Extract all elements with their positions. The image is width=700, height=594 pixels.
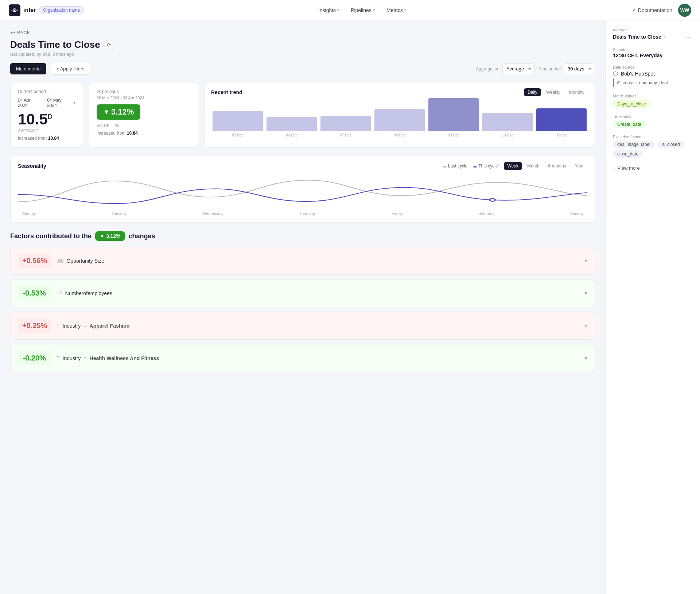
- factor-card-2: +0.25% T Industry = Apparel Fashion ▾: [10, 312, 595, 340]
- bar: [320, 116, 371, 131]
- factor-pct-bg-1: -0.53%: [18, 286, 51, 300]
- current-period-sublabel: AVERAGE: [18, 128, 75, 133]
- factors-title-prefix: Factors contributed to the: [10, 232, 92, 240]
- trend-tab-monthly[interactable]: Monthly: [565, 88, 588, 96]
- back-button[interactable]: ↩ BACK: [10, 29, 595, 36]
- org-name-badge[interactable]: Organisation name: [39, 6, 84, 14]
- time-chip: Create_date: [613, 121, 646, 128]
- factor-pct-2: +0.25%: [22, 321, 47, 329]
- sidebar-table-row: ⊞ contact_company_deal: [613, 78, 693, 87]
- current-period-card: Current period ↑ 04 Apr 2024 – 04 May 20…: [10, 82, 83, 148]
- badge-meta: VALUE %: [97, 123, 191, 128]
- trend-header: Recent trend Daily Weekly Monthly: [211, 88, 588, 96]
- current-period-increased: increased from 10.84: [18, 136, 75, 141]
- svg-point-2: [12, 9, 13, 11]
- season-tab-year[interactable]: Year: [571, 162, 587, 170]
- seasonality-title: Seasonality: [18, 163, 46, 169]
- factor-name-0: .00 Opportunity Size: [57, 258, 579, 264]
- factor-eq-value-3: Health Wellness And Fitness: [90, 355, 159, 361]
- vs-prev-increased: increased from 10.84: [97, 131, 191, 136]
- documentation-link[interactable]: ↗ Documentation: [632, 7, 672, 13]
- season-tab-6months[interactable]: 6 months: [544, 162, 569, 170]
- recent-trend-card: Recent trend Daily Weekly Monthly 05 Dec…: [204, 82, 595, 148]
- factor-row-3[interactable]: -0.20% T Industry = Health Wellness And …: [11, 344, 595, 372]
- factor-expand-1[interactable]: ▾: [584, 290, 587, 297]
- main-metric-button[interactable]: Main metric: [10, 63, 46, 74]
- last-updated-text: last updated, by Bob, 3 mins ago: [10, 52, 595, 57]
- factor-expand-3[interactable]: ▾: [584, 355, 587, 362]
- factor-row-2[interactable]: +0.25% T Industry = Apparel Fashion ▾: [11, 312, 595, 339]
- bar-col: 08 Dec: [374, 109, 425, 137]
- factor-expand-0[interactable]: ▾: [584, 257, 587, 264]
- ds-red-bar-icon: [613, 78, 614, 87]
- refresh-button[interactable]: ⟳: [104, 40, 114, 50]
- sidebar-schedule-label: Schedule: [613, 47, 693, 52]
- factor-row-1[interactable]: -0.53% 12 Numberofemployees ▾: [11, 279, 595, 307]
- factor-pct-0: +0.56%: [22, 256, 47, 265]
- factor-card-0: +0.56% .00 Opportunity Size ▾: [10, 247, 595, 275]
- nav-metrics[interactable]: Metrics ▾: [381, 4, 411, 16]
- bar: [536, 108, 587, 131]
- apply-filters-button[interactable]: + Apply filters: [51, 63, 90, 75]
- date-dropdown-icon[interactable]: ▾: [73, 100, 75, 105]
- nav-pipelines[interactable]: Pipelines ▾: [346, 4, 380, 16]
- this-cycle-legend-dot: [473, 166, 477, 167]
- factor-icon-0: .00: [57, 258, 63, 264]
- logo-icon: [9, 4, 20, 16]
- factor-row-0[interactable]: +0.56% .00 Opportunity Size ▾: [11, 247, 595, 274]
- sidebar-main-title: Deals Time to Close ↑: [613, 34, 666, 40]
- change-arrow-icon: ▼: [103, 108, 110, 116]
- aggregation-group: Aggregation Average Time period 30 days: [476, 63, 595, 74]
- bar: [267, 117, 317, 131]
- day-wednesday: Wednesday: [202, 211, 223, 216]
- season-tab-month[interactable]: Month: [524, 162, 543, 170]
- excl-chip-1: is_closed: [657, 141, 684, 148]
- bar-col: 06 Dec: [267, 117, 317, 137]
- change-badge: ▼ 3.12%: [97, 104, 140, 120]
- factors-badge-arrow: ▼: [100, 233, 105, 239]
- sidebar: Average Deals Time to Close ↑ ⋯ Schedule…: [605, 20, 700, 594]
- trend-bar-chart: 05 Dec06 Dec07 Dec08 Dec09 Dec10 DecToda…: [211, 101, 588, 137]
- aggregation-select[interactable]: Average: [502, 63, 535, 74]
- day-friday: Friday: [392, 211, 403, 216]
- bar-col: 10 Dec: [482, 113, 533, 137]
- current-period-label: Current period: [18, 89, 46, 94]
- time-period-select[interactable]: 30 days: [564, 63, 595, 74]
- bar-label: 05 Dec: [232, 133, 244, 137]
- nav-right: ↗ Documentation WW: [632, 4, 691, 17]
- aggregation-label: Aggregation: [476, 66, 499, 72]
- page-title: Deals Time to Close: [10, 39, 100, 50]
- bar-label: 06 Dec: [286, 133, 298, 137]
- bar-label: 09 Dec: [448, 133, 459, 137]
- factor-expand-2[interactable]: ▾: [584, 322, 587, 329]
- factor-pct-bg-3: -0.20%: [18, 351, 51, 365]
- trend-tab-daily[interactable]: Daily: [524, 88, 541, 96]
- page-layout: ↩ BACK Deals Time to Close ⟳ last update…: [0, 20, 700, 594]
- vs-previous-label: vs previous: [97, 89, 191, 94]
- table-icon: ⊞: [617, 80, 621, 85]
- sidebar-datasource-section: Data source ⬡ Bob's HubSpot ⊞ contact_co…: [613, 65, 693, 87]
- nav-insights[interactable]: Insights ▾: [313, 4, 344, 16]
- sidebar-schedule-value: 12:30 CET, Everyday: [613, 53, 693, 58]
- factor-eq-value-2: Apparel Fashion: [90, 323, 130, 329]
- pipelines-chevron: ▾: [373, 8, 375, 12]
- trend-tab-weekly[interactable]: Weekly: [542, 88, 564, 96]
- sidebar-meta-label: Average: [613, 28, 693, 32]
- sidebar-time-factor-label: Time factor: [613, 114, 693, 119]
- view-more-button[interactable]: ↓ View more: [613, 165, 693, 171]
- bar-col: 09 Dec: [428, 98, 479, 137]
- navbar: infer Organisation name Insights ▾ Pipel…: [0, 0, 700, 20]
- sidebar-metric-values-section: Metric values Days_to_close: [613, 94, 693, 108]
- excl-chip-0: deal_stage_label: [613, 141, 655, 148]
- sidebar-more-options[interactable]: ⋯: [685, 33, 693, 41]
- svg-point-3: [17, 9, 18, 11]
- seasonality-tabs: Week Month 6 months Year: [504, 162, 587, 170]
- sidebar-metric-values-label: Metric values: [613, 94, 693, 98]
- svg-point-4: [490, 198, 495, 201]
- bar-col: Today: [536, 108, 587, 137]
- sidebar-excluded-factors-section: Excluded factors deal_stage_label is_clo…: [613, 135, 693, 159]
- season-tab-week[interactable]: Week: [504, 162, 522, 170]
- factor-name-1: 12 Numberofemployees: [57, 290, 579, 296]
- user-avatar[interactable]: WW: [678, 4, 691, 17]
- bar: [428, 98, 479, 131]
